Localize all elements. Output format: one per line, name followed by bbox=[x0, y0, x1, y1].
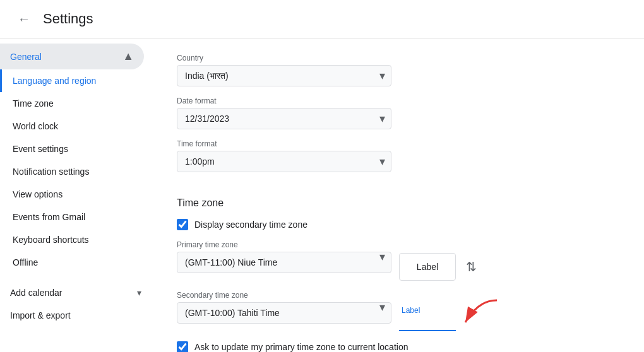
display-secondary-row: Display secondary time zone bbox=[177, 219, 619, 230]
sidebar-item-events-from-gmail[interactable]: Events from Gmail bbox=[0, 206, 144, 228]
sidebar-item-view-options[interactable]: View options bbox=[0, 183, 144, 206]
sidebar-item-offline[interactable]: Offline bbox=[0, 251, 144, 274]
sidebar: General ▲ Language and region Time zone … bbox=[0, 38, 152, 352]
sidebar-general-header[interactable]: General ▲ bbox=[0, 44, 144, 69]
primary-label-box[interactable]: Label bbox=[399, 253, 456, 281]
ask-update-row: Ask to update my primary time zone to cu… bbox=[177, 341, 619, 352]
ask-update-label[interactable]: Ask to update my primary time zone to cu… bbox=[194, 342, 408, 352]
country-select-wrapper: India (भारत) ▾ bbox=[177, 65, 391, 86]
swap-timezones-button[interactable]: ⇅ bbox=[463, 257, 479, 277]
ask-update-checkbox[interactable] bbox=[177, 341, 188, 352]
sidebar-item-event-settings[interactable]: Event settings bbox=[0, 138, 144, 160]
chevron-up-icon: ▲ bbox=[122, 50, 134, 63]
page-title: Settings bbox=[43, 11, 93, 27]
add-calendar-label: Add calendar bbox=[10, 288, 63, 298]
secondary-timezone-row: Secondary time zone (GMT-10:00) Tahiti T… bbox=[177, 291, 619, 331]
date-format-group: Date format 12/31/2023 ▾ bbox=[177, 97, 619, 129]
sidebar-item-language-region[interactable]: Language and region bbox=[0, 69, 144, 92]
time-format-select[interactable]: 1:00pm bbox=[177, 151, 391, 172]
secondary-label-input[interactable] bbox=[402, 317, 453, 327]
primary-timezone-select-container: Primary time zone (GMT-11:00) Niue Time … bbox=[177, 240, 391, 273]
primary-timezone-select-wrapper: Primary time zone (GMT-11:00) Niue Time … bbox=[177, 240, 391, 273]
country-label: Country bbox=[177, 54, 619, 62]
secondary-timezone-select[interactable]: (GMT-10:00) Tahiti Time bbox=[177, 302, 391, 324]
country-select[interactable]: India (भारत) bbox=[177, 65, 391, 86]
sidebar-item-keyboard-shortcuts[interactable]: Keyboard shortcuts bbox=[0, 228, 144, 251]
time-format-label: Time format bbox=[177, 139, 619, 148]
secondary-label-active-box: Label bbox=[399, 303, 456, 331]
display-secondary-label[interactable]: Display secondary time zone bbox=[194, 220, 307, 230]
sidebar-add-calendar[interactable]: Add calendar ▾ bbox=[0, 281, 152, 304]
primary-timezone-label: Primary time zone bbox=[177, 240, 391, 249]
settings-content: Country India (भारत) ▾ Date format 12/31… bbox=[152, 38, 644, 352]
add-calendar-chevron-icon: ▾ bbox=[137, 288, 141, 298]
red-arrow-annotation bbox=[459, 297, 503, 331]
time-zone-section-title: Time zone bbox=[177, 197, 619, 209]
swap-icon: ⇅ bbox=[466, 259, 477, 274]
date-format-select[interactable]: 12/31/2023 bbox=[177, 108, 391, 129]
sidebar-item-time-zone[interactable]: Time zone bbox=[0, 92, 144, 115]
primary-label-container: Label bbox=[399, 253, 456, 281]
secondary-timezone-select-wrapper: Secondary time zone (GMT-10:00) Tahiti T… bbox=[177, 291, 391, 324]
secondary-timezone-label: Secondary time zone bbox=[177, 291, 391, 300]
primary-timezone-row: Primary time zone (GMT-11:00) Niue Time … bbox=[177, 240, 619, 281]
back-icon: ← bbox=[18, 12, 30, 26]
sidebar-import-export[interactable]: Import & export bbox=[0, 304, 152, 327]
back-button[interactable]: ← bbox=[13, 8, 35, 30]
sidebar-general-label: General bbox=[10, 52, 42, 62]
date-format-label: Date format bbox=[177, 97, 619, 105]
sidebar-item-world-clock[interactable]: World clock bbox=[0, 115, 144, 138]
date-format-select-wrapper: 12/31/2023 ▾ bbox=[177, 108, 391, 129]
secondary-label-small: Label bbox=[402, 306, 453, 315]
primary-timezone-select[interactable]: (GMT-11:00) Niue Time bbox=[177, 252, 391, 273]
secondary-label-container: Label bbox=[399, 303, 456, 331]
time-format-group: Time format 1:00pm ▾ bbox=[177, 139, 619, 172]
sidebar-item-notification-settings[interactable]: Notification settings bbox=[0, 160, 144, 183]
primary-label-text: Label bbox=[417, 262, 438, 272]
country-group: Country India (भारत) ▾ bbox=[177, 54, 619, 86]
secondary-timezone-select-container: Secondary time zone (GMT-10:00) Tahiti T… bbox=[177, 291, 391, 324]
time-format-select-wrapper: 1:00pm ▾ bbox=[177, 151, 391, 172]
display-secondary-checkbox[interactable] bbox=[177, 219, 188, 230]
